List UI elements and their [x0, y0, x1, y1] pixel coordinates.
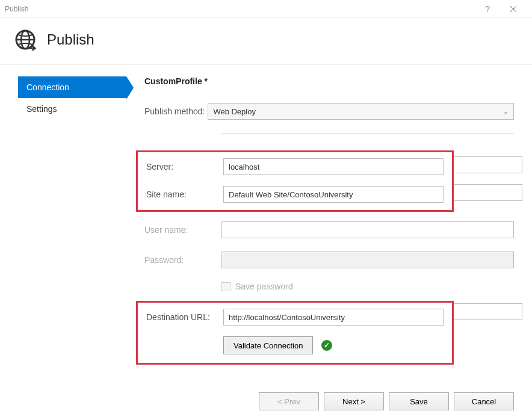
site-label: Site name: — [146, 190, 223, 199]
site-input[interactable] — [223, 186, 444, 203]
main-panel: CustomProfile * Publish method: Web Depl… — [126, 76, 532, 365]
tab-settings[interactable]: Settings — [18, 98, 126, 120]
save-password-label: Save password — [235, 282, 293, 291]
separator — [221, 133, 514, 134]
publish-method-row: Publish method: Web Deploy ⌄ — [144, 103, 514, 120]
save-button[interactable]: Save — [389, 392, 449, 410]
validate-row: Validate Connection ✓ — [223, 336, 444, 354]
close-icon — [510, 5, 517, 13]
destination-input[interactable] — [223, 309, 444, 326]
server-label: Server: — [146, 162, 223, 171]
publish-method-value: Web Deploy — [213, 107, 256, 116]
highlight-box-2: Destination URL: Validate Connection ✓ — [136, 301, 454, 365]
password-label: Password: — [144, 255, 221, 265]
validate-connection-button[interactable]: Validate Connection — [223, 336, 313, 354]
password-row: Password: — [144, 252, 514, 268]
save-password-row: Save password — [221, 282, 514, 291]
destination-input-ext — [454, 303, 522, 320]
username-input[interactable] — [221, 221, 514, 238]
username-row: User name: — [144, 221, 514, 238]
password-input[interactable] — [221, 252, 514, 268]
destination-row: Destination URL: — [146, 309, 444, 326]
footer: < Prev Next > Save Cancel — [259, 392, 514, 410]
site-row: Site name: — [146, 186, 444, 203]
destination-label: Destination URL: — [146, 312, 223, 322]
site-input-ext — [454, 184, 522, 201]
username-label: User name: — [144, 225, 221, 235]
close-button[interactable] — [500, 0, 527, 18]
publish-method-label: Publish method: — [144, 107, 208, 116]
highlight-box-1: Server: Site name: — [136, 150, 454, 212]
titlebar: Publish ? — [0, 0, 532, 18]
save-password-checkbox[interactable] — [221, 282, 230, 291]
server-input-ext — [454, 156, 522, 173]
window-title: Publish — [5, 5, 475, 13]
prev-button: < Prev — [259, 392, 319, 410]
sidebar: Connection Settings — [0, 76, 126, 365]
server-row: Server: — [146, 158, 444, 175]
help-button[interactable]: ? — [475, 4, 500, 14]
publish-method-select[interactable]: Web Deploy ⌄ — [208, 103, 514, 120]
globe-icon — [14, 29, 36, 51]
content: Connection Settings CustomProfile * Publ… — [0, 64, 532, 365]
next-button[interactable]: Next > — [324, 392, 384, 410]
cancel-button[interactable]: Cancel — [454, 392, 514, 410]
success-checkmark-icon: ✓ — [321, 340, 332, 351]
chevron-down-icon: ⌄ — [503, 108, 509, 116]
server-input[interactable] — [223, 158, 444, 175]
page-title: Publish — [47, 31, 94, 48]
header: Publish — [0, 18, 532, 64]
tab-connection[interactable]: Connection — [18, 76, 126, 98]
profile-title: CustomProfile * — [144, 76, 514, 86]
